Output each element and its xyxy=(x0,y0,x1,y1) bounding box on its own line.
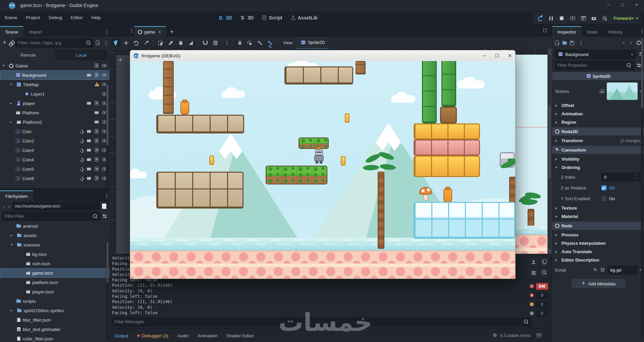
message-counter[interactable]: 846 xyxy=(529,283,548,290)
distraction-free-icon[interactable] xyxy=(542,28,548,33)
game-close-button[interactable]: ✕ xyxy=(508,53,512,58)
file-row[interactable]: spirit2159src.sprites xyxy=(0,306,109,315)
workspace-tab[interactable]: 2D xyxy=(215,15,236,20)
new-scene-tab-icon[interactable] xyxy=(169,30,175,35)
file-row[interactable]: coin.tscn xyxy=(0,259,109,268)
chev-open-icon[interactable] xyxy=(2,63,7,68)
scene-filter-input[interactable]: Filter: name, t:type, g:g xyxy=(15,38,94,48)
file-row[interactable]: bg.tscn xyxy=(0,249,109,259)
add-metadata-button[interactable]: Add Metadata xyxy=(572,279,625,288)
file-row[interactable]: player.tscn xyxy=(0,287,109,296)
file-row[interactable]: android xyxy=(0,221,109,231)
z-index-field[interactable]: 0 xyxy=(601,173,642,181)
eye-icon[interactable] xyxy=(102,63,107,68)
add-node-icon[interactable] xyxy=(2,40,7,46)
inspector-row[interactable]: Process xyxy=(552,231,644,239)
film-icon[interactable] xyxy=(94,110,100,115)
inspector-row[interactable]: Animation xyxy=(552,110,644,118)
film-icon[interactable] xyxy=(87,138,92,144)
inspector-row[interactable]: Node2D xyxy=(552,127,644,135)
scene-tree-row[interactable]: Coin xyxy=(0,127,109,136)
workspace-tab[interactable]: 3D xyxy=(236,15,258,20)
film-icon[interactable] xyxy=(87,148,92,153)
load-resource-icon[interactable] xyxy=(562,40,568,46)
film-icon[interactable] xyxy=(87,157,92,162)
blank-icon[interactable] xyxy=(9,110,14,115)
blank-icon[interactable] xyxy=(9,166,14,172)
file-row[interactable]: game.tscn xyxy=(0,268,109,278)
filesystem-menu-icon[interactable] xyxy=(103,193,108,198)
file-row[interactable]: scences xyxy=(0,240,109,249)
scene-tree-row[interactable]: Coin3 xyxy=(0,146,109,155)
play-custom-scene-button[interactable] xyxy=(589,14,599,23)
scene-tree-row[interactable]: Coin5 xyxy=(0,164,109,174)
blank-icon[interactable] xyxy=(19,251,24,257)
minimize-button[interactable]: − xyxy=(607,2,609,7)
script-icon[interactable] xyxy=(94,101,100,106)
window-titlebar[interactable]: game.tscn - firstgame - Godot Engine − □… xyxy=(0,0,644,11)
scene-tree-row[interactable]: TileMap xyxy=(0,80,109,89)
blank-icon[interactable] xyxy=(9,129,14,134)
pan-tool[interactable] xyxy=(176,39,185,47)
edited-node-selector[interactable]: Background ▾ xyxy=(555,50,636,59)
blank-icon[interactable] xyxy=(19,261,24,266)
inspector-row[interactable]: Editor Description xyxy=(552,256,644,264)
game-maximize-button[interactable]: ☐ xyxy=(495,53,499,58)
inspector-tab[interactable]: History xyxy=(603,26,628,37)
dock-tab[interactable]: Import xyxy=(23,26,47,37)
history-forward-icon[interactable] xyxy=(629,40,634,46)
bottom-tab[interactable]: Debugger (3) xyxy=(137,333,169,338)
chev-closed-icon[interactable] xyxy=(9,119,15,125)
film-icon[interactable] xyxy=(87,72,92,78)
scale-tool[interactable] xyxy=(142,39,151,47)
play-scene-button[interactable] xyxy=(579,14,588,23)
close-button[interactable]: × xyxy=(635,2,638,7)
dock-tab[interactable]: Scene xyxy=(0,26,23,37)
reload-script-icon[interactable] xyxy=(593,267,598,273)
menu-item[interactable]: Scene xyxy=(0,11,21,24)
menu-item[interactable]: Project xyxy=(21,11,44,24)
smart-snap-toggle[interactable] xyxy=(201,39,210,47)
blank-icon[interactable] xyxy=(10,223,15,229)
blank-icon[interactable] xyxy=(19,280,24,285)
remote-debug-button[interactable] xyxy=(568,14,577,23)
script-icon[interactable] xyxy=(94,166,100,172)
detach-script-icon[interactable] xyxy=(95,40,101,46)
movie-maker-button[interactable] xyxy=(600,14,609,23)
message-counter[interactable]: 0 xyxy=(529,301,548,308)
move-tool[interactable] xyxy=(121,39,131,47)
new-resource-icon[interactable] xyxy=(555,40,560,46)
viewport-scrollbar[interactable] xyxy=(548,55,551,249)
menu-item[interactable]: Editor xyxy=(66,11,87,24)
menu-item[interactable]: Debug xyxy=(44,11,66,24)
menu-item[interactable]: Help xyxy=(87,11,105,24)
inspector-tab[interactable]: Inspector xyxy=(552,26,582,37)
scene-tree-row[interactable]: player xyxy=(0,99,109,108)
bottom-tab[interactable]: Output xyxy=(115,333,128,338)
script-field[interactable]: bg.gd xyxy=(607,266,638,274)
collapse-duplicates-button[interactable] xyxy=(529,268,538,277)
scene-tree-options-icon[interactable] xyxy=(102,40,107,46)
film-icon[interactable] xyxy=(87,101,92,106)
game-minimize-button[interactable]: ─ xyxy=(483,53,486,58)
signal-icon[interactable] xyxy=(79,129,84,134)
film-icon[interactable] xyxy=(94,119,100,125)
view-menu[interactable]: View xyxy=(280,40,296,45)
inspector-row[interactable]: Region xyxy=(552,118,644,126)
scene-tree-row[interactable]: Game xyxy=(0,61,109,70)
script-icon[interactable] xyxy=(94,148,100,153)
spinner-icon[interactable] xyxy=(634,174,639,179)
file-row[interactable]: blur_filter.json xyxy=(0,315,109,325)
checkbox-checked[interactable] xyxy=(601,185,606,190)
message-counter[interactable]: 0 xyxy=(529,310,548,317)
blank-icon[interactable] xyxy=(9,157,14,162)
file-row[interactable]: scripts xyxy=(0,296,109,306)
select-tool[interactable] xyxy=(111,39,121,47)
layout-grid-icon[interactable] xyxy=(536,333,542,338)
inspector-row[interactable]: Offset xyxy=(552,101,644,110)
inspector-row[interactable]: CanvasItem xyxy=(552,146,644,154)
blank-icon[interactable] xyxy=(9,176,14,181)
script-icon[interactable] xyxy=(94,72,100,78)
inspector-row[interactable]: Auto Translate xyxy=(552,247,644,256)
chev-open-icon[interactable] xyxy=(10,242,15,247)
